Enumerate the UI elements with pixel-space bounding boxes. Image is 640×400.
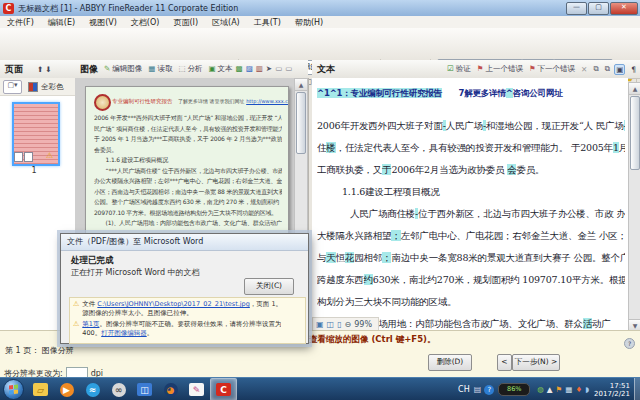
color-mode-icon xyxy=(28,82,38,92)
text-area-button[interactable]: ▣文本 xyxy=(208,64,232,74)
page-down-icon[interactable]: ⬇ xyxy=(45,65,51,74)
menu-item[interactable]: 文件(F) xyxy=(0,17,41,28)
minimize-button[interactable]: — xyxy=(566,2,587,15)
menu-item[interactable]: 区域(A) xyxy=(205,17,247,28)
paragraph-marks-icon[interactable]: ¶ xyxy=(631,65,636,74)
prev-error-button[interactable]: ⚑上一个错误 xyxy=(477,64,523,74)
next-warning-button[interactable]: 下一步(N) > xyxy=(512,354,560,371)
document-line: 2006 年开发***西外四大班子对面 “人民广场” 和湿地公园，现正开发 “人 xyxy=(94,113,282,124)
copy-icon[interactable]: ⧉ xyxy=(593,64,598,74)
thumb-page-icon xyxy=(14,152,23,162)
windows-taskbar: ▱▶≈∞◫◕✎C CH ▤ ? 86% ◍▲⚑▦♦◗ 17:51 2017/2/… xyxy=(0,377,640,400)
text-panel-title: 文本 xyxy=(317,63,335,76)
next-error-button[interactable]: ⚑下一个错误 xyxy=(529,64,575,74)
rect-tool-icon[interactable]: ▭ xyxy=(275,64,282,74)
start-button[interactable] xyxy=(3,379,24,400)
delete-warning-button[interactable]: 删除(D) xyxy=(428,354,472,371)
ocr-text-line[interactable]: 1.1.6建设工程项目概况 xyxy=(317,186,625,208)
barcode-area-icon[interactable]: ▥ xyxy=(256,64,263,74)
page-up-icon[interactable]: ⬆ xyxy=(37,65,43,74)
dialog-close-button[interactable]: 关闭(C) xyxy=(244,278,294,295)
rect-tool2-icon[interactable]: ▭ xyxy=(285,64,292,74)
menu-item[interactable]: 帮助(H) xyxy=(288,17,330,28)
thumbnail-view-dropdown[interactable]: ▢▾ xyxy=(3,80,22,94)
taskbar-firefox-icon[interactable]: ◕ xyxy=(158,379,183,400)
menu-item[interactable]: 编辑(E) xyxy=(41,17,82,28)
copy-formatted-icon[interactable]: ⧉ xyxy=(605,64,610,74)
pages-panel-header: 页面 ⬆ ⬇ xyxy=(0,60,75,79)
ocr-text-line[interactable]: 工商联执委，又于2006年2月当选为政协委员 会委员。 xyxy=(317,164,625,186)
image-panel-header: 图像 ✎编辑图像▦读取⬚分析▣文本▩▨▥➤▭▭ xyxy=(75,60,308,79)
verify-button[interactable]: ☑验证 xyxy=(447,64,471,74)
keyboard-icon[interactable]: ▤ xyxy=(474,385,482,394)
fit-width-icon[interactable]: ◫ xyxy=(327,320,335,329)
abbyy-finereader-window: C 无标题文档 [1] - ABBYY FineReader 11 Corpor… xyxy=(0,0,640,400)
ime-indicator[interactable]: CH xyxy=(458,385,470,394)
text-scrollbar[interactable]: ▲ ▼ xyxy=(628,82,640,332)
taskbar-loop-app-icon[interactable]: ∞ xyxy=(106,379,131,400)
dialog-title: 文件（PDF/图像）至 Microsoft Word xyxy=(61,234,308,251)
taskbar-explorer-icon[interactable]: ▱ xyxy=(28,379,53,400)
image-scrollbar-thumb[interactable] xyxy=(296,92,306,154)
warning-item: ⚠第1页。图像分辨率可能不正确。要获得最佳效果，请将分辨率设置为400。打开图像… xyxy=(73,320,302,337)
tray-flag-icon[interactable]: ⚑ xyxy=(556,385,563,394)
ocr-text-line[interactable]: 跨越度东西约630米，南北约270米，规划面积约 109707.10平方米。根据… xyxy=(317,274,625,296)
menu-item[interactable]: 工具(T) xyxy=(247,17,288,28)
document-line: 209707.10 平方米。根据场地道路结构划分为三大块不同功能的区域。 xyxy=(94,208,282,219)
read-button[interactable]: ▦读取 xyxy=(148,64,172,74)
tray-up-arrow-icon[interactable]: ▲ xyxy=(547,385,553,394)
delete-text-icon[interactable]: ✕ xyxy=(581,65,587,74)
ocr-text-line[interactable]: 人民广场商住楼-位于西外新区，北边与市四大班子办公楼、市政 办公 xyxy=(317,208,625,230)
windows-flag-icon xyxy=(9,385,18,395)
warning-icon: ⚠ xyxy=(73,300,79,317)
prev-error-flag-icon: ⚑ xyxy=(477,64,484,73)
ocr-text-line[interactable]: 构划分为三大块不同功能的区域。 xyxy=(317,296,625,318)
menu-item[interactable]: 页面(I) xyxy=(166,17,205,28)
maximize-button[interactable]: ▢ xyxy=(588,2,609,15)
taskbar-finereader-icon[interactable]: C xyxy=(210,378,237,400)
prev-warning-button[interactable]: < xyxy=(497,354,512,371)
tray-volume-icon[interactable]: ◗ xyxy=(585,385,589,394)
show-image-toggle-icon[interactable]: ▣ xyxy=(614,64,625,75)
document-line: 1.1.6 建设工程项目概况 xyxy=(94,155,282,166)
tray-network-icon[interactable]: ▦ xyxy=(565,385,572,394)
ime-help-icon[interactable]: ? xyxy=(484,385,494,395)
taskbar-photoviewer-icon[interactable]: ◫ xyxy=(132,379,157,400)
text-scrollbar-thumb[interactable] xyxy=(630,96,640,170)
help-circle-icon[interactable]: ? xyxy=(624,338,635,349)
menu-item[interactable]: 文档(O) xyxy=(124,17,167,28)
picture-area-icon[interactable]: ▨ xyxy=(246,64,253,74)
show-desktop-button[interactable] xyxy=(634,378,640,400)
document-body-text: 2006 年开发***西外四大班子对面 “人民广场” 和湿地公园，现正开发 “人… xyxy=(94,113,282,229)
document-line: 民广场” 项目商住楼，任法定代表人至今，具有较强的投资开发和管理能力。 xyxy=(94,124,282,135)
analyze-button[interactable]: ⬚分析 xyxy=(178,64,202,74)
ocr-text-line[interactable]: 住楼，任法定代表人至今，具有较强的投资开发和管理能力。 于2005年1月当选为 xyxy=(317,142,625,164)
menu-item[interactable]: 视图(V) xyxy=(82,17,124,28)
text-panel[interactable]: ^1^1：专业编制可行性研究报告 7解更多详情^咨询公司网址2006年开发西外四… xyxy=(312,78,628,330)
close-button[interactable]: ✕ xyxy=(610,2,638,15)
battery-indicator[interactable]: 86% xyxy=(498,383,530,396)
document-seal-icon xyxy=(94,94,111,111)
table-area-icon[interactable]: ▩ xyxy=(236,64,243,74)
document-line: 小区；西南边与天恒花园相邻；南边中央一条宽 88 米的景观大道直到大赛子 xyxy=(94,187,282,198)
taskbar-mediaplayer-icon[interactable]: ▶ xyxy=(54,379,79,400)
tray-alert-icon[interactable]: ♦ xyxy=(575,385,582,394)
scroll-up-icon[interactable]: ▲ xyxy=(295,79,307,91)
taskbar-paint-icon[interactable]: ✎ xyxy=(184,379,209,400)
ocr-text-line[interactable]: 2006年开发西外四大班子对面-人民广场-和湿地公园，现正开发“人 民广场-项目… xyxy=(317,120,625,142)
taskbar-bird-app-icon[interactable]: ≈ xyxy=(80,379,105,400)
main-toolbar: ✦ 新建任务 ▢ ⧉ ▱ 打开 ⎙ 扫描 ⇩ 读取 文档语言： 简体中文▾ W … xyxy=(0,28,640,61)
two-pages-icon[interactable]: ▯ xyxy=(337,320,341,329)
edit-image-button[interactable]: ✎编辑图像 xyxy=(104,64,142,74)
ocr-text-line[interactable]: ^1^1：专业编制可行性研究报告 7解更多详情^咨询公司网址 xyxy=(317,88,625,120)
tray-green-icon[interactable]: ◍ xyxy=(537,385,544,394)
ocr-text-line[interactable]: 与天恒花园相邻；南边中央一条宽88米的景观大道直到大赛子 公园。整个广场区域 xyxy=(317,252,625,274)
zoom-pane-hint: 处可查看缩放的图像 (Ctrl 键+F5)。 xyxy=(292,334,435,346)
select-cursor-icon[interactable]: ➤ xyxy=(266,64,272,74)
taskbar-clock[interactable]: 17:51 2017/2/21 xyxy=(594,382,630,398)
scroll-up-icon[interactable]: ▲ xyxy=(629,83,640,95)
page-number-label: 1 xyxy=(12,166,56,175)
fit-page-icon[interactable]: ▣ xyxy=(316,320,324,329)
zoom-out-icon[interactable]: ⊖ xyxy=(345,320,352,329)
ocr-text-line[interactable]: 大楼隔永兴路相望；左邻广电中心、广电花园；右邻金兰大道、金兰 小区；西南边 xyxy=(317,230,625,252)
